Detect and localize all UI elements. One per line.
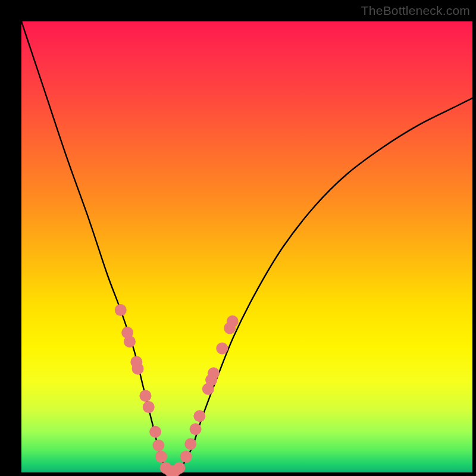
data-marker [143,401,155,413]
data-marker [216,343,228,355]
marker-group [115,304,239,476]
bottleneck-curve [21,21,472,473]
plot-area [21,21,472,472]
data-marker [190,423,202,435]
data-marker [173,462,185,474]
chart-svg [21,21,472,472]
data-marker [155,450,167,462]
data-marker [124,336,136,347]
data-marker [149,426,161,438]
data-marker [132,363,144,375]
chart-frame: TheBottleneck.com [0,0,476,476]
data-marker [152,440,164,452]
data-marker [180,450,192,462]
data-marker [139,390,151,402]
data-marker [193,410,205,422]
data-marker [115,304,127,316]
data-marker [184,438,196,450]
data-marker [208,367,220,379]
watermark-text: TheBottleneck.com [361,4,470,18]
data-marker [227,315,239,327]
